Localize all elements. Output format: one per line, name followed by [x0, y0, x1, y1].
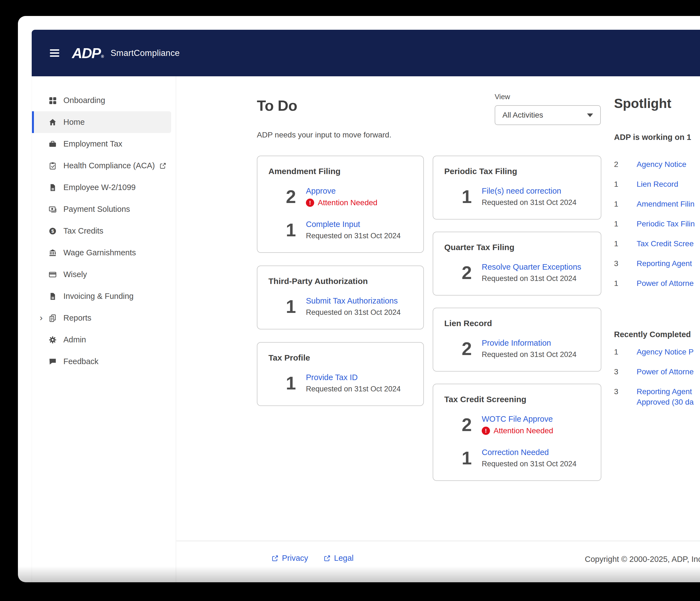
item-link[interactable]: Agency Notice [636, 159, 686, 170]
sidebar-item-label: Payment Solutions [64, 205, 130, 214]
task-meta: Requested on 31st Oct 2024 [306, 385, 401, 393]
sidebar-item-invoicing-funding[interactable]: Invoicing & Funding [32, 285, 171, 307]
sidebar-item-label: Wisely [64, 270, 87, 279]
list-item: 1 Periodic Tax Filin [614, 219, 700, 238]
item-link[interactable]: Reporting Agent Approved (30 da [636, 387, 694, 408]
sidebar-item-wisely[interactable]: Wisely [32, 264, 171, 285]
item-link[interactable]: Periodic Tax Filin [636, 219, 695, 229]
item-link[interactable]: Amendment Filin [636, 199, 695, 209]
sidebar-item-employee-w2-1099[interactable]: Employee W-2/1099 [32, 177, 171, 198]
invoice-document-icon [49, 292, 57, 300]
item-link[interactable]: Agency Notice P [636, 347, 694, 357]
card-title: Lien Record [444, 319, 590, 328]
task-link[interactable]: Submit Tax Authorizations [306, 296, 398, 306]
alert-icon: ! [482, 427, 490, 435]
spotlight-panel: Spotlight ADP is working on 1 2 Agency N… [614, 96, 700, 408]
card-quarter-tax-filing: Quarter Tax Filing 2 Resolve Quarter Exc… [433, 232, 601, 295]
list-item: 3 Reporting Agent [614, 258, 700, 278]
grid-icon [49, 97, 57, 105]
item-link[interactable]: Tax Credit Scree [636, 238, 694, 249]
task-meta: Requested on 31st Oct 2024 [482, 350, 577, 359]
task-link[interactable]: Provide Information [482, 339, 551, 347]
task-row: 2 Approve ! Attention Needed [269, 186, 412, 207]
copyright-text: Copyright © 2000-2025, ADP, Inc [585, 555, 700, 564]
external-link-icon [272, 555, 279, 562]
task-link[interactable]: Correction Needed [482, 448, 549, 457]
view-label: View [495, 93, 510, 101]
sidebar-item-label: Health Compliance (ACA) [64, 161, 155, 170]
sidebar: Onboarding Home Employment Tax Health Co… [32, 76, 176, 582]
registered-mark: ® [101, 54, 103, 59]
sidebar-item-health-compliance[interactable]: Health Compliance (ACA) [32, 155, 171, 177]
footer-divider [176, 541, 700, 541]
reports-icon [49, 314, 57, 322]
legal-link[interactable]: Legal [324, 554, 354, 563]
sidebar-item-payment-solutions[interactable]: Payment Solutions [32, 198, 171, 220]
sidebar-item-label: Home [64, 117, 84, 127]
card-tax-profile: Tax Profile 1 Provide Tax ID Requested o… [257, 342, 424, 406]
attention-needed: ! Attention Needed [306, 198, 377, 207]
item-count: 3 [614, 387, 636, 397]
card-lien-record: Lien Record 2 Provide Information Reques… [433, 308, 601, 371]
task-count: 1 [444, 188, 472, 206]
task-meta: Requested on 31st Oct 2024 [482, 460, 577, 468]
item-count: 3 [614, 258, 636, 269]
external-link-icon [159, 162, 167, 169]
todo-subtitle: ADP needs your input to move forward. [257, 131, 391, 139]
card-title: Tax Profile [269, 353, 412, 363]
sidebar-item-wage-garnishments[interactable]: Wage Garnishments [32, 242, 171, 264]
attention-label: Attention Needed [318, 198, 377, 207]
briefcase-icon [49, 140, 57, 148]
sidebar-item-label: Tax Credits [64, 227, 103, 235]
sidebar-item-onboarding[interactable]: Onboarding [32, 89, 171, 111]
card-icon [49, 270, 57, 279]
chevron-right-icon[interactable]: › [40, 313, 43, 322]
task-row: 1 File(s) need correction Requested on 3… [444, 186, 590, 207]
legal-label: Legal [334, 554, 354, 563]
sidebar-item-employment-tax[interactable]: Employment Tax [32, 133, 171, 155]
task-count: 1 [269, 221, 296, 239]
feedback-icon [49, 358, 57, 366]
list-item: 1 Amendment Filin [614, 199, 700, 219]
card-title: Tax Credit Screening [444, 395, 590, 404]
item-count: 1 [614, 238, 636, 249]
item-count: 1 [614, 179, 636, 189]
svg-text:$: $ [51, 229, 54, 234]
page-title: To Do [257, 97, 297, 114]
task-count: 2 [444, 340, 472, 358]
attention-needed: ! Attention Needed [482, 426, 553, 435]
adp-logo: ADP® [72, 45, 103, 61]
task-link[interactable]: File(s) need correction [482, 186, 561, 195]
privacy-link[interactable]: Privacy [272, 554, 308, 563]
list-item: 2 Agency Notice [614, 159, 700, 179]
spotlight-working-header: ADP is working on 1 [614, 132, 700, 142]
item-link[interactable]: Reporting Agent [636, 258, 692, 269]
sidebar-item-home[interactable]: Home [32, 111, 171, 133]
sidebar-item-label: Invoicing & Funding [64, 292, 134, 301]
sidebar-item-label: Employment Tax [64, 139, 122, 149]
item-link[interactable]: Power of Attorne [636, 278, 694, 289]
todo-column-left: Amendment Filing 2 Approve ! Attention N… [257, 156, 424, 406]
menu-icon[interactable] [50, 48, 59, 58]
item-count: 3 [614, 367, 636, 377]
item-link[interactable]: Lien Record [636, 179, 678, 189]
sidebar-item-reports[interactable]: › Reports [32, 307, 171, 329]
item-link[interactable]: Power of Attorne [636, 367, 694, 377]
card-periodic-tax-filing: Periodic Tax Filing 1 File(s) need corre… [433, 156, 601, 219]
spotlight-working-list: 2 Agency Notice 1 Lien Record 1 Amendmen… [614, 159, 700, 298]
task-meta: Requested on 31st Oct 2024 [306, 308, 401, 317]
sidebar-item-tax-credits[interactable]: $ Tax Credits [32, 220, 171, 242]
sidebar-item-label: Reports [64, 313, 92, 322]
task-link[interactable]: WOTC File Approve [482, 415, 553, 424]
task-row: 1 Submit Tax Authorizations Requested on… [269, 296, 412, 317]
view-activities-select[interactable]: All Activities [495, 105, 601, 125]
task-link[interactable]: Approve [306, 186, 336, 195]
product-title: SmartCompliance [110, 48, 180, 58]
spotlight-title: Spotlight [614, 96, 700, 111]
sidebar-item-admin[interactable]: Admin [32, 329, 171, 350]
task-link[interactable]: Provide Tax ID [306, 373, 358, 382]
task-link[interactable]: Complete Input [306, 220, 360, 229]
sidebar-item-feedback[interactable]: Feedback [32, 350, 171, 372]
footer-links: Privacy Legal [272, 554, 354, 563]
task-link[interactable]: Resolve Quarter Exceptions [482, 262, 581, 271]
